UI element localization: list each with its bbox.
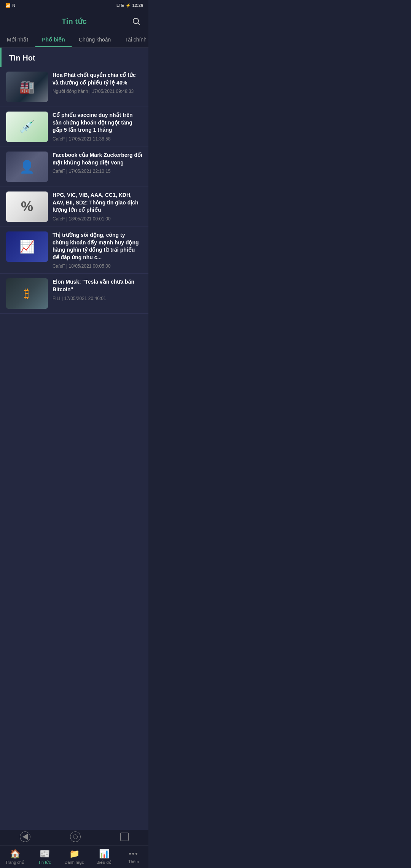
status-bar: 📶 N LTE ⚡ 12:26: [0, 0, 148, 11]
news-meta: CafeF | 18/05/2021 00:01:00: [53, 216, 142, 222]
news-item[interactable]: Thị trường sôi động, công ty chứng khoán…: [0, 227, 148, 274]
nav-item-more[interactable]: ••• Thêm: [119, 850, 148, 864]
status-left: 📶 N: [5, 3, 15, 8]
news-item[interactable]: Facebook của Mark Zuckerberg đối mặt khủ…: [0, 147, 148, 187]
news-body: Facebook của Mark Zuckerberg đối mặt khủ…: [53, 152, 142, 182]
categories-nav-icon: 📁: [69, 849, 80, 859]
more-nav-label: Thêm: [128, 859, 139, 864]
news-item[interactable]: Cổ phiếu vaccine duy nhất trên sàn chứng…: [0, 107, 148, 147]
news-thumbnail: [6, 112, 48, 142]
news-nav-label: Tin tức: [38, 860, 51, 865]
news-body: Elon Musk: "Tesla vẫn chưa bán Bitcoin" …: [53, 278, 142, 309]
news-item[interactable]: Hòa Phát chốt quyền chia cổ tức và thưởn…: [0, 67, 148, 107]
home-button[interactable]: [70, 831, 81, 842]
news-meta: CafeF | 17/05/2021 11:38:58: [53, 136, 142, 142]
news-thumbnail: [6, 152, 48, 182]
tab-bar: Mới nhất Phổ biến Chứng khoán Tài chính …: [0, 32, 148, 48]
nav-item-home[interactable]: 🏠 Trang chủ: [0, 849, 30, 865]
news-body: Cổ phiếu vaccine duy nhất trên sàn chứng…: [53, 112, 142, 142]
home-nav-label: Trang chủ: [5, 860, 24, 865]
svg-line-1: [138, 23, 140, 26]
network-icon: N: [12, 3, 15, 8]
signal-icon: 📶: [5, 3, 11, 8]
back-button[interactable]: [20, 831, 30, 842]
bottom-navigation: 🏠 Trang chủ 📰 Tin tức 📁 Danh mục 📊 Biểu …: [0, 845, 148, 868]
system-nav-bar: [0, 830, 148, 845]
news-title: Thị trường sôi động, công ty chứng khoán…: [53, 231, 142, 261]
battery-icon: ⚡: [126, 3, 131, 8]
nav-item-news[interactable]: 📰 Tin tức: [30, 849, 59, 865]
news-nav-icon: 📰: [40, 849, 50, 859]
time-display: 12:26: [132, 3, 143, 8]
tab-chung-khoan[interactable]: Chứng khoán: [72, 32, 118, 47]
news-thumbnail: [6, 191, 48, 222]
page-title: Tin tức: [62, 17, 87, 26]
news-title: Facebook của Mark Zuckerberg đối mặt khủ…: [53, 152, 142, 166]
news-item[interactable]: Elon Musk: "Tesla vẫn chưa bán Bitcoin" …: [0, 274, 148, 314]
more-nav-icon: •••: [129, 850, 139, 858]
tab-pho-bien[interactable]: Phổ biến: [35, 32, 72, 47]
search-button[interactable]: [130, 15, 142, 27]
back-icon: [22, 834, 28, 840]
tab-tai-chinh[interactable]: Tài chính - Ngân h: [118, 32, 148, 47]
home-circle-icon: [73, 834, 78, 839]
news-body: Thị trường sôi động, công ty chứng khoán…: [53, 231, 142, 269]
news-meta: Người đồng hành | 17/05/2021 09:48:33: [53, 89, 142, 94]
news-meta: CafeF | 17/05/2021 22:10:15: [53, 169, 142, 174]
news-thumbnail: [6, 231, 48, 262]
news-body: HPG, VIC, VIB, AAA, CC1, KDH, AAV, BII, …: [53, 191, 142, 222]
nav-item-categories[interactable]: 📁 Danh mục: [59, 849, 89, 865]
tab-moi-nhat[interactable]: Mới nhất: [0, 32, 35, 47]
news-item[interactable]: HPG, VIC, VIB, AAA, CC1, KDH, AAV, BII, …: [0, 187, 148, 227]
chart-nav-icon: 📊: [99, 849, 109, 859]
nav-item-chart[interactable]: 📊 Biểu đồ: [89, 849, 119, 865]
chart-nav-label: Biểu đồ: [96, 860, 111, 865]
news-title: Elon Musk: "Tesla vẫn chưa bán Bitcoin": [53, 278, 142, 293]
search-icon: [132, 17, 141, 26]
news-title: Hòa Phát chốt quyền chia cổ tức và thưởn…: [53, 72, 142, 86]
news-meta: CafeF | 18/05/2021 00:05:00: [53, 263, 142, 269]
home-nav-icon: 🏠: [10, 849, 20, 859]
section-title: Tin Hot: [0, 48, 148, 67]
recents-button[interactable]: [120, 833, 129, 841]
header: Tin tức: [0, 11, 148, 32]
content-area: Tin Hot Hòa Phát chốt quyền chia cổ tức …: [0, 48, 148, 845]
svg-point-0: [133, 18, 139, 24]
news-thumbnail: [6, 72, 48, 102]
status-right: LTE ⚡ 12:26: [116, 3, 143, 8]
lte-icon: LTE: [116, 3, 124, 8]
news-meta: FILI | 17/05/2021 20:46:01: [53, 296, 142, 301]
news-body: Hòa Phát chốt quyền chia cổ tức và thưởn…: [53, 72, 142, 102]
news-thumbnail: [6, 278, 48, 309]
news-title: Cổ phiếu vaccine duy nhất trên sàn chứng…: [53, 112, 142, 134]
categories-nav-label: Danh mục: [64, 860, 84, 865]
news-title: HPG, VIC, VIB, AAA, CC1, KDH, AAV, BII, …: [53, 191, 142, 214]
